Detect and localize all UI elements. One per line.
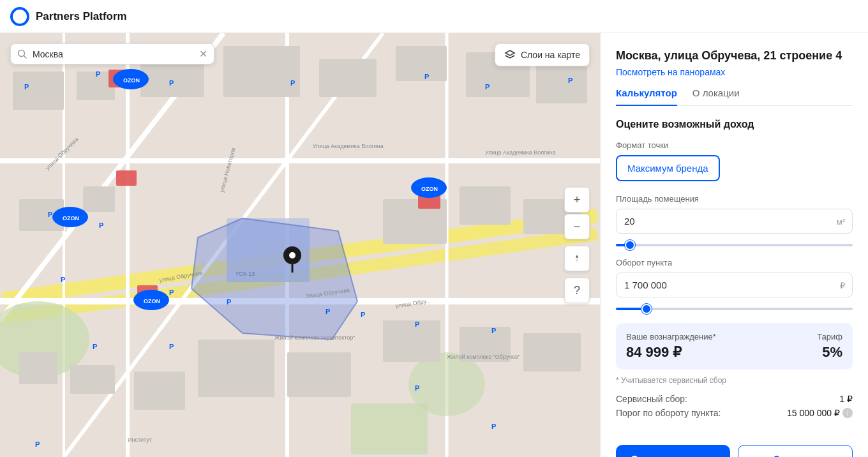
- area-field-label: Площадь помещения: [616, 194, 853, 204]
- service-fee-value: 1 ₽: [839, 394, 853, 404]
- help-button[interactable]: ?: [564, 278, 590, 303]
- map-area[interactable]: ГСК-13 улица Обручева улица Обручева Ули…: [0, 33, 600, 457]
- turnover-threshold-value: 15 000 000 ₽ i: [787, 408, 853, 418]
- svg-text:Жилой комплекс "Обручев": Жилой комплекс "Обручев": [447, 354, 520, 360]
- area-input-group: м²: [616, 209, 853, 234]
- svg-text:P: P: [568, 77, 572, 84]
- svg-rect-14: [223, 46, 300, 97]
- svg-text:Институт: Институт: [128, 437, 152, 443]
- format-field-label: Формат точки: [616, 140, 853, 150]
- submit-button[interactable]: Оставить заявку: [616, 445, 730, 457]
- service-fee-row: Сервисный сбор: 1 ₽: [616, 394, 853, 404]
- svg-text:P: P: [169, 343, 174, 350]
- svg-line-85: [24, 56, 27, 58]
- svg-rect-23: [83, 186, 115, 212]
- svg-rect-21: [351, 403, 428, 454]
- close-button[interactable]: Закрыть: [738, 445, 853, 457]
- turnover-unit: ₽: [840, 280, 845, 290]
- svg-text:P: P: [227, 298, 231, 306]
- svg-marker-86: [576, 255, 578, 258]
- layers-button[interactable]: Слои на карте: [495, 43, 590, 66]
- svg-text:P: P: [169, 288, 174, 296]
- turnover-threshold-row: Порог по обороту пункта: 15 000 000 ₽ i: [616, 408, 853, 418]
- svg-text:Улица Академика Волгина: Улица Академика Волгина: [485, 149, 556, 156]
- reward-box: Ваше вознаграждение* 84 999 ₽ Тариф 5%: [616, 323, 853, 370]
- svg-text:OZON: OZON: [421, 186, 438, 192]
- section-title: Оцените возможный доход: [616, 119, 853, 130]
- svg-text:P: P: [290, 79, 295, 87]
- area-unit: м²: [837, 216, 845, 226]
- svg-rect-15: [319, 59, 377, 97]
- svg-text:OZON: OZON: [123, 77, 140, 84]
- map-controls: + − ?: [564, 187, 590, 303]
- svg-text:P: P: [48, 211, 52, 218]
- svg-text:P: P: [35, 440, 40, 448]
- svg-text:P: P: [96, 70, 100, 78]
- svg-rect-33: [198, 340, 274, 397]
- reward-value: 84 999 ₽: [626, 344, 716, 361]
- panel-footer: Оставить заявку Закрыть: [601, 435, 868, 457]
- search-input[interactable]: [33, 49, 194, 59]
- svg-text:P: P: [415, 320, 419, 328]
- logo-icon: [10, 7, 29, 26]
- right-panel: Москва, улица Обручева, 21 строение 4 По…: [600, 33, 868, 457]
- svg-point-82: [289, 252, 296, 258]
- turnover-slider[interactable]: [616, 308, 853, 310]
- format-button[interactable]: Максимум бренда: [616, 155, 720, 181]
- turnover-threshold-label: Порог по обороту пункта:: [616, 408, 721, 418]
- layers-icon: [504, 49, 516, 61]
- panel-address: Москва, улица Обручева, 21 строение 4: [616, 49, 853, 63]
- turnover-field-label: Оборот пункта: [616, 258, 853, 267]
- svg-text:P: P: [169, 79, 174, 87]
- tab-calculator[interactable]: Калькулятор: [616, 87, 677, 106]
- svg-rect-25: [70, 365, 115, 394]
- compass-icon: [572, 253, 582, 264]
- tariff-right: Тариф 5%: [817, 332, 842, 361]
- svg-rect-32: [523, 333, 581, 371]
- compass-button[interactable]: [564, 246, 590, 271]
- service-note: * Учитывается сервисный сбор: [616, 376, 853, 385]
- tab-location[interactable]: О локации: [692, 87, 740, 106]
- panorama-link[interactable]: Посмотреть на панорамах: [616, 67, 853, 77]
- app-header: Partners Platform: [0, 0, 868, 33]
- search-clear-icon[interactable]: ✕: [199, 48, 207, 60]
- svg-text:P: P: [361, 311, 365, 318]
- panel-tabs: Калькулятор О локации: [616, 87, 853, 106]
- turnover-input[interactable]: [616, 273, 853, 297]
- panel-body: Оцените возможный доход Формат точки Мак…: [601, 106, 868, 435]
- threshold-info-icon[interactable]: i: [842, 408, 853, 418]
- area-input[interactable]: [616, 209, 853, 234]
- svg-rect-11: [13, 71, 64, 110]
- svg-text:P: P: [99, 221, 103, 229]
- svg-text:P: P: [61, 276, 65, 283]
- svg-text:P: P: [491, 423, 496, 430]
- reward-left: Ваше вознаграждение* 84 999 ₽: [626, 332, 716, 361]
- map-background: ГСК-13 улица Обручева улица Обручева Ули…: [0, 33, 600, 457]
- main-content: ГСК-13 улица Обручева улица Обручева Ули…: [0, 33, 868, 457]
- zoom-in-button[interactable]: +: [564, 187, 590, 213]
- svg-text:P: P: [326, 308, 330, 315]
- area-slider-container: [616, 237, 853, 249]
- svg-rect-28: [460, 186, 511, 225]
- tariff-value: 5%: [817, 344, 842, 361]
- logo-container: Partners Platform: [10, 7, 127, 26]
- tariff-label: Тариф: [817, 332, 842, 341]
- search-box[interactable]: ✕: [10, 43, 214, 64]
- area-slider[interactable]: [616, 244, 853, 246]
- svg-text:P: P: [424, 73, 429, 80]
- svg-text:Улица Академика Волгина: Улица Академика Волгина: [313, 143, 384, 149]
- app-title: Partners Platform: [36, 10, 127, 23]
- layers-btn-label: Слои на карте: [521, 50, 580, 60]
- turnover-slider-container: [616, 301, 853, 313]
- zoom-out-button[interactable]: −: [564, 214, 590, 239]
- svg-text:Жилой комплекс "Архитектор": Жилой комплекс "Архитектор": [274, 334, 355, 341]
- service-fee-label: Сервисный сбор:: [616, 394, 687, 404]
- svg-rect-26: [134, 371, 185, 410]
- svg-text:P: P: [24, 83, 29, 91]
- turnover-input-group: ₽: [616, 273, 853, 297]
- svg-rect-24: [19, 352, 57, 384]
- svg-rect-34: [287, 352, 351, 397]
- svg-rect-30: [383, 320, 440, 362]
- svg-text:P: P: [485, 83, 490, 91]
- reward-label: Ваше вознаграждение*: [626, 332, 716, 341]
